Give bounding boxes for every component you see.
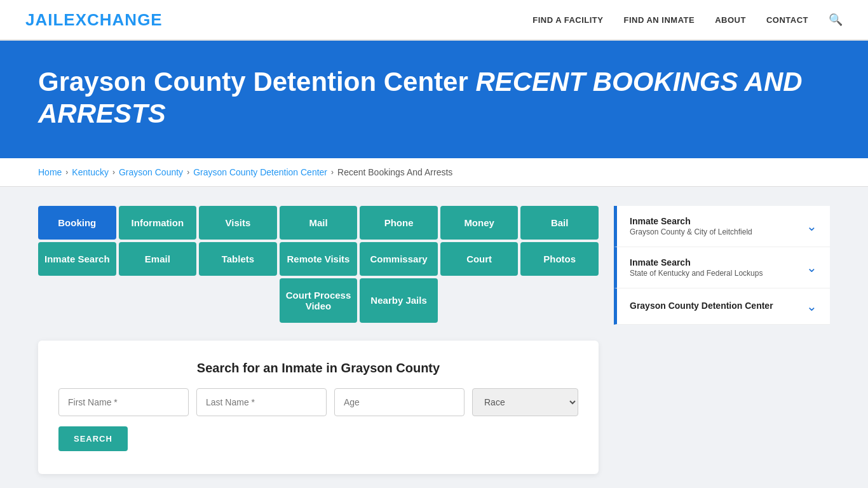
chevron-down-icon-2: ⌄ (806, 260, 817, 275)
breadcrumb-grayson-county[interactable]: Grayson County (119, 167, 183, 177)
right-sidebar: Inmate Search Grayson County & City of L… (614, 206, 830, 474)
search-fields: Race White Black Hispanic Asian Other (58, 388, 578, 416)
header: JAILEXCHANGE FIND A FACILITY FIND AN INM… (0, 0, 868, 41)
btn-money[interactable]: Money (440, 206, 519, 240)
race-select[interactable]: Race White Black Hispanic Asian Other (472, 388, 578, 416)
chevron-down-icon-1: ⌄ (806, 219, 817, 234)
breadcrumb: Home › Kentucky › Grayson County › Grays… (0, 158, 868, 187)
breadcrumb-sep-3: › (187, 168, 189, 177)
breadcrumb-sep-2: › (112, 168, 115, 177)
btn-empty-4 (440, 278, 519, 323)
btn-empty-5 (520, 278, 599, 323)
logo-exchange: EXCHANGE (64, 10, 162, 29)
btn-booking[interactable]: Booking (38, 206, 116, 240)
btn-commissary[interactable]: Commissary (360, 242, 438, 276)
sidebar-item-2-title: Inmate Search (630, 257, 763, 268)
search-button[interactable]: SEARCH (58, 426, 128, 451)
sidebar-item-3-title: Grayson County Detention Center (630, 301, 773, 311)
sidebar-item-3-text: Grayson County Detention Center (630, 301, 773, 312)
btn-inmate-search[interactable]: Inmate Search (38, 242, 116, 276)
left-column: Booking Information Visits Mail Phone Mo… (38, 206, 599, 474)
age-input[interactable] (334, 388, 465, 416)
breadcrumb-sep-1: › (65, 168, 68, 177)
btn-court[interactable]: Court (440, 242, 519, 276)
btn-empty-3 (199, 278, 277, 323)
search-icon[interactable]: 🔍 (829, 13, 843, 27)
button-row-1: Booking Information Visits Mail Phone Mo… (38, 206, 599, 240)
sidebar-item-1-subtitle: Grayson County & City of Leitchfield (630, 227, 752, 236)
logo-jail: JAIL (25, 10, 64, 29)
btn-empty-2 (119, 278, 197, 323)
sidebar-item-3[interactable]: Grayson County Detention Center ⌄ (614, 288, 830, 325)
btn-remote-visits[interactable]: Remote Visits (280, 242, 358, 276)
button-row-2: Inmate Search Email Tablets Remote Visit… (38, 242, 599, 276)
sidebar-item-1-text: Inmate Search Grayson County & City of L… (630, 216, 752, 236)
hero-section: Grayson County Detention Center RECENT B… (0, 41, 868, 158)
last-name-input[interactable] (196, 388, 327, 416)
sidebar-item-2-subtitle: State of Kentucky and Federal Lockups (630, 269, 763, 278)
breadcrumb-home[interactable]: Home (38, 167, 62, 177)
sidebar-item-1-title: Inmate Search (630, 216, 752, 226)
page-title: Grayson County Detention Center RECENT B… (38, 66, 830, 130)
sidebar-item-1[interactable]: Inmate Search Grayson County & City of L… (614, 206, 830, 247)
button-row-3: Court Process Video Nearby Jails (38, 278, 599, 323)
sidebar-item-2-text: Inmate Search State of Kentucky and Fede… (630, 257, 763, 278)
btn-visits[interactable]: Visits (199, 206, 277, 240)
btn-email[interactable]: Email (119, 242, 197, 276)
main-content: Booking Information Visits Mail Phone Mo… (0, 187, 868, 488)
nav-contact[interactable]: CONTACT (766, 15, 808, 25)
btn-court-process-video[interactable]: Court Process Video (280, 278, 358, 323)
nav-find-facility[interactable]: FIND A FACILITY (532, 15, 603, 25)
btn-photos[interactable]: Photos (520, 242, 599, 276)
search-title: Search for an Inmate in Grayson County (58, 361, 578, 376)
chevron-down-icon-3: ⌄ (806, 299, 817, 314)
btn-phone[interactable]: Phone (360, 206, 438, 240)
breadcrumb-current: Recent Bookings And Arrests (337, 167, 452, 177)
logo[interactable]: JAILEXCHANGE (25, 10, 163, 30)
btn-mail[interactable]: Mail (280, 206, 358, 240)
btn-bail[interactable]: Bail (520, 206, 599, 240)
breadcrumb-sep-4: › (331, 168, 334, 177)
btn-information[interactable]: Information (119, 206, 197, 240)
btn-tablets[interactable]: Tablets (199, 242, 277, 276)
search-card: Search for an Inmate in Grayson County R… (38, 341, 599, 474)
breadcrumb-kentucky[interactable]: Kentucky (72, 167, 109, 177)
first-name-input[interactable] (58, 388, 189, 416)
main-nav: FIND A FACILITY FIND AN INMATE ABOUT CON… (532, 13, 843, 27)
breadcrumb-detention-center[interactable]: Grayson County Detention Center (193, 167, 327, 177)
btn-empty-1 (38, 278, 116, 323)
nav-find-inmate[interactable]: FIND AN INMATE (623, 15, 695, 25)
btn-nearby-jails[interactable]: Nearby Jails (360, 278, 438, 323)
sidebar-item-2[interactable]: Inmate Search State of Kentucky and Fede… (614, 247, 830, 288)
nav-about[interactable]: ABOUT (715, 15, 746, 25)
